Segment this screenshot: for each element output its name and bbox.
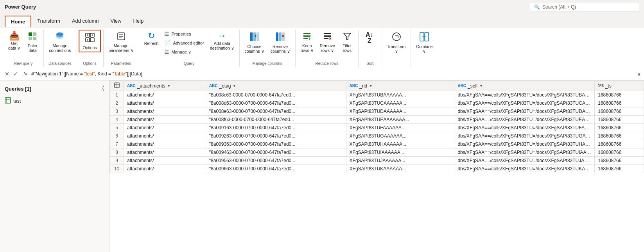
cell-attachments: attachments/ [124,148,206,157]
col-filter-etag-icon[interactable]: ▼ [232,84,236,88]
search-box[interactable]: 🔍 Search (Alt + Q) [530,3,639,11]
transform-group-label [384,65,408,67]
cell-rid: XFgSAPt83TUDAAAAAA... [346,107,454,116]
tab-add-column[interactable]: Add column [66,15,105,27]
tab-transform[interactable]: Transform [31,15,66,27]
ribbon: 📥 Getdata ∨ Enterdata New query [0,28,644,67]
combine-button[interactable]: Combine∨ [413,30,435,55]
row-num-cell: 4 [110,116,124,124]
refresh-icon: ↻ [148,32,155,40]
formula-confirm-button[interactable]: ✓ [12,70,20,78]
cell-rid: XFgSAPt83TUJAAAAAA... [346,157,454,165]
options-label: Options [83,45,97,50]
cell-attachments: attachments/ [124,124,206,132]
col-name-ts: _ts [605,83,612,89]
tab-bar: Home Transform Add column View Help [0,14,644,28]
remove-rows-button[interactable]: Removerows ∨ [317,30,338,55]
transform-button[interactable]: Transform∨ [384,30,408,55]
manage-connections-icon [55,32,65,43]
query-item-test[interactable]: test [2,95,108,107]
cell-rid: XFgSAPt83TUBAAAAAA... [346,91,454,99]
queries-collapse-button[interactable]: 〈 [99,85,104,92]
combine-group-label [413,65,435,67]
col-filter-attachments-icon[interactable]: ▼ [167,84,171,88]
cell-etag: "8a009363-0000-0700-0000-647fa7ed0... [206,140,346,148]
sort-az-icon: A↓Z [366,32,373,44]
choose-columns-button[interactable]: Choosecolumns ∨ [242,30,267,55]
add-data-destination-label: Add datadestination ∨ [210,41,234,50]
col-header-etag[interactable]: ABC _etag ▼ [206,81,346,91]
advanced-editor-button[interactable]: 📄 Advanced editor [162,39,206,47]
get-data-button[interactable]: 📥 Getdata ∨ [5,30,23,52]
row-num-cell: 2 [110,99,124,107]
ribbon-group-data-sources: Manageconnections Data sources [44,30,76,67]
filter-rows-button[interactable]: Filterrows [339,30,356,55]
svg-rect-8 [90,38,94,42]
properties-icon: ☰ [164,31,169,37]
col-filter-self-icon[interactable]: ▼ [479,84,483,88]
remove-columns-button[interactable]: Removecolumns ∨ [268,30,293,55]
formula-cancel-button[interactable]: ✕ [3,70,11,78]
ribbon-group-sort: A↓Z Sort [359,30,382,67]
cell-rid: XFgSAPt83TUCAAAAAA... [346,99,454,107]
query-table-icon [5,97,11,105]
tab-home[interactable]: Home [5,16,31,27]
filter-rows-label: Filterrows [343,43,352,53]
queries-panel: Queries [1] 〈 test [0,80,109,252]
cell-rid: XFgSAPt83TUKAAAAAA... [346,165,454,173]
col-header-ts[interactable]: 1²3 _ts [595,81,644,91]
svg-rect-3 [33,37,36,40]
cell-attachments: attachments/ [124,99,206,107]
manage-button[interactable]: ☰ Manage ∨ [162,48,206,56]
cell-self: dbs/XFgSAA==/colls/XFgSAPt83TU=/docs/XFg… [454,165,595,173]
cell-self: dbs/XFgSAA==/colls/XFgSAPt83TU=/docs/XFg… [454,99,595,107]
cell-ts: 168608766 [595,140,644,148]
cell-self: dbs/XFgSAA==/colls/XFgSAPt83TU=/docs/XFg… [454,124,595,132]
cell-self: dbs/XFgSAA==/colls/XFgSAPt83TU=/docs/XFg… [454,91,595,99]
table-header-row: ABC _attachments ▼ ABC _etag ▼ [110,81,644,91]
add-data-destination-button[interactable]: → Add datadestination ∨ [207,30,237,52]
col-header-self[interactable]: ABC _self ▼ [454,81,595,91]
tab-help[interactable]: Help [127,15,149,27]
queries-header: Queries [1] 〈 [2,84,108,95]
new-query-label: New query [5,61,41,67]
manage-parameters-button[interactable]: Manageparameters ∨ [106,30,136,55]
cell-self: dbs/XFgSAA==/colls/XFgSAPt83TU=/docs/XFg… [454,148,595,157]
properties-label: Properties [171,32,191,36]
data-sources-label: Data sources [46,61,74,67]
table-row: 2 attachments/ "8a008d63-0000-0700-0000-… [110,99,644,107]
manage-parameters-label: Manageparameters ∨ [109,43,134,53]
refresh-button[interactable]: ↻ Refresh [142,30,161,48]
sort-az-button[interactable]: A↓Z [361,30,378,47]
svg-rect-20 [279,32,282,41]
properties-button[interactable]: ☰ Properties [162,30,206,38]
formula-chevron-icon[interactable]: ∨ [637,71,641,77]
manage-parameters-icon [117,32,126,43]
title-bar: Power Query 🔍 Search (Alt + Q) [0,0,644,14]
col-type-etag: ABC [209,84,218,88]
col-filter-rid-icon[interactable]: ▼ [369,84,373,88]
col-header-rid[interactable]: ABC _rid ▼ [346,81,454,91]
query-group-label: Query [142,61,237,67]
cell-ts: 168608766 [595,148,644,157]
cell-etag: "8a008d63-0000-0700-0000-647fa7ed0... [206,99,346,107]
svg-rect-2 [29,37,32,40]
data-grid[interactable]: ABC _attachments ▼ ABC _etag ▼ [109,80,644,252]
sort-label: Sort [361,61,379,67]
tab-view[interactable]: View [105,15,127,27]
formula-content: #"Navigation 1"{[Name = "test", Kind = "… [31,71,142,77]
cell-attachments: attachments/ [124,91,206,99]
row-num-cell: 5 [110,124,124,132]
enter-data-button[interactable]: Enterdata [24,30,41,55]
svg-rect-16 [250,32,253,41]
fx-label: fx [23,71,27,77]
keep-rows-label: Keeprows ∨ [301,43,314,53]
table-row: 5 attachments/ "8a009163-0000-0700-0000-… [110,124,644,132]
cell-etag: "8a008f63-0000-0700-0000-647fa7ed0... [206,116,346,124]
col-header-attachments[interactable]: ABC _attachments ▼ [124,81,206,91]
options-button[interactable]: Options [79,30,100,52]
row-num-cell: 3 [110,107,124,116]
svg-marker-34 [344,33,351,39]
manage-connections-button[interactable]: Manageconnections [46,30,74,55]
keep-rows-button[interactable]: Keeprows ∨ [298,30,316,55]
